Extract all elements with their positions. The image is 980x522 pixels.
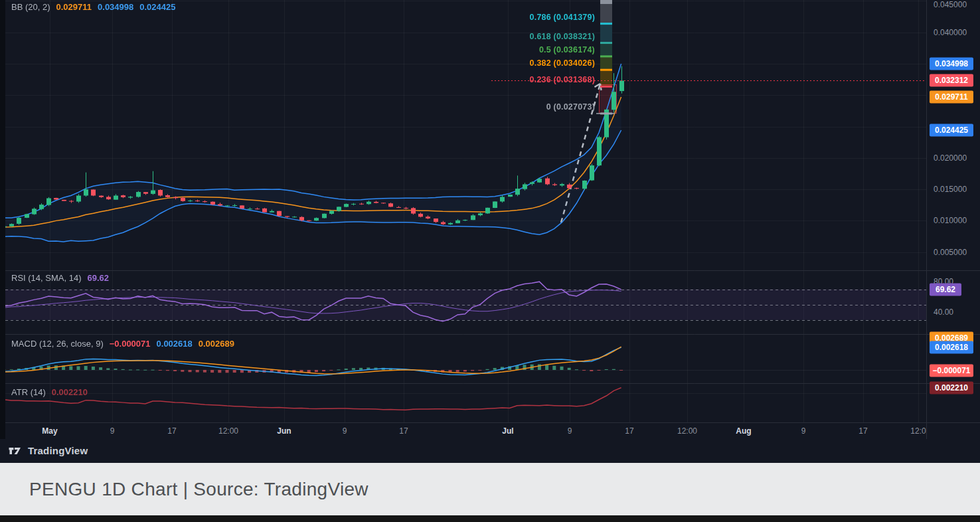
legend-atr[interactable]: ATR (14)0.002210 — [11, 387, 88, 398]
legend-macd[interactable]: MACD (12, 26, close, 9)−0.0000710.002618… — [11, 339, 234, 349]
legend-value: 69.62 — [87, 273, 109, 283]
time-tick: Jul — [502, 426, 513, 436]
legend-value: 0.029711 — [56, 2, 92, 12]
bottom-border-bar — [0, 515, 980, 522]
time-tick: 17 — [625, 426, 633, 436]
legend-atr-label: ATR (14) — [11, 387, 46, 397]
legend-bollinger-label: BB (20, 2) — [11, 2, 50, 12]
time-tick: 9 — [343, 426, 347, 436]
legend-rsi[interactable]: RSI (14, SMA, 14)69.62 — [11, 273, 109, 284]
price-axis-tick: 0.010000 — [934, 216, 967, 225]
macd-badge: 0.002618 — [930, 341, 973, 353]
rsi-axis-tick: 40.00 — [934, 307, 953, 317]
legend-value: 0.024425 — [139, 2, 175, 12]
time-axis[interactable]: May91712:00Jun917Jul91712:00Aug91712:0 — [0, 422, 926, 439]
rsi-badge: 69.62 — [930, 283, 961, 296]
macd-badge: −0.000071 — [930, 364, 973, 377]
time-tick: Jun — [277, 426, 291, 436]
price-badge: 0.032312 — [930, 74, 973, 87]
time-tick: 17 — [399, 426, 408, 436]
caption-bar: PENGU 1D Chart | Source: TradingView — [0, 463, 980, 515]
time-tick: 9 — [801, 426, 806, 436]
legend-value: 0.002618 — [157, 339, 193, 349]
fib-level-label: 0 (0.027073) — [398, 102, 595, 112]
time-tick: 9 — [568, 426, 572, 436]
price-badge: 0.024425 — [930, 124, 973, 136]
legend-value: −0.000071 — [110, 339, 151, 349]
time-tick: 9 — [110, 426, 115, 436]
price-axis[interactable]: 0.0450000.0400000.0200000.0150000.010000… — [926, 0, 980, 422]
time-tick: 12:0 — [910, 426, 926, 436]
time-tick: 12:00 — [218, 426, 238, 436]
tradingview-logo-icon — [9, 446, 23, 455]
legend-bollinger[interactable]: BB (20, 2)0.0297110.0349980.024425 — [11, 2, 176, 13]
legend-rsi-label: RSI (14, SMA, 14) — [11, 273, 81, 283]
time-tick: 17 — [167, 426, 176, 436]
price-axis-tick: 0.020000 — [934, 153, 967, 163]
tradingview-logo-text: TradingView — [28, 445, 88, 456]
time-tick: May — [42, 426, 57, 436]
atr-badge: 0.002210 — [930, 381, 973, 394]
time-tick: 12:00 — [677, 426, 697, 436]
legend-value: 0.002689 — [199, 339, 234, 349]
price-badge: 0.034998 — [930, 58, 973, 70]
fib-level-label: 0.618 (0.038321) — [398, 32, 595, 41]
left-edge-strip — [0, 0, 5, 439]
pane-separator — [927, 270, 980, 271]
price-badge: 0.029711 — [930, 91, 973, 104]
axis-corner — [926, 422, 980, 439]
tradingview-attribution[interactable]: TradingView — [9, 442, 88, 459]
legend-macd-label: MACD (12, 26, close, 9) — [11, 339, 104, 349]
legend-value: 0.002210 — [52, 387, 88, 397]
fib-level-label: 0.382 (0.034026) — [398, 58, 595, 68]
price-axis-tick: 0.015000 — [934, 185, 967, 194]
legend-value: 0.034998 — [98, 2, 133, 12]
price-axis-tick: 0.005000 — [934, 248, 967, 257]
fib-level-label: 0.786 (0.041379) — [398, 13, 595, 22]
caption-text: PENGU 1D Chart | Source: TradingView — [29, 479, 368, 500]
price-axis-tick: 0.040000 — [934, 28, 967, 37]
time-tick: Aug — [736, 426, 751, 436]
fib-level-label: 0.236 (0.031368) — [398, 75, 595, 84]
tradingview-chart-screenshot: BB (20, 2)0.0297110.0349980.024425 RSI (… — [0, 0, 980, 522]
time-tick: 17 — [858, 426, 867, 436]
fib-level-label: 0.5 (0.036174) — [398, 45, 595, 54]
price-axis-tick: 0.045000 — [934, 0, 967, 9]
